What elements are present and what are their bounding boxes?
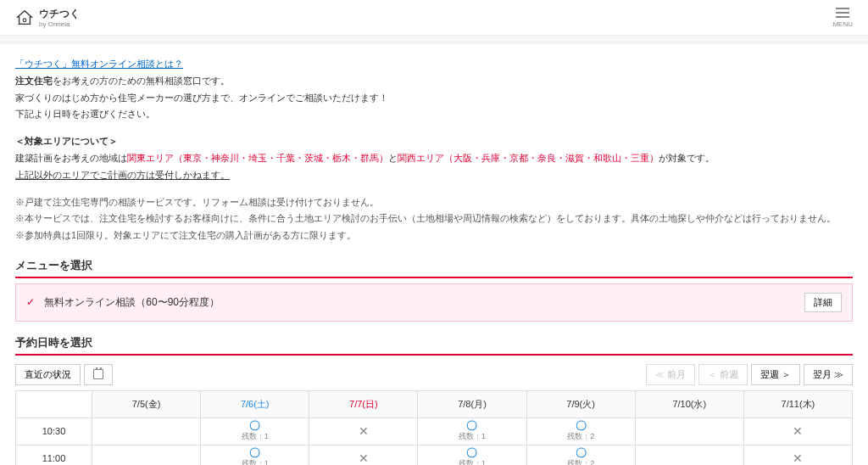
menu-button[interactable]: MENU (832, 8, 853, 28)
slot-cell: ✕ (743, 445, 852, 465)
slot-cell (92, 445, 201, 465)
main-content: 「ウチつく」無料オンライン相談とは？ 注文住宅をお考えの方のための無料相談窓口で… (0, 44, 868, 465)
slot-cell (635, 445, 743, 465)
svg-point-0 (23, 18, 26, 21)
calendar-table: 7/5(金)7/6(土)7/7(日)7/8(月)7/9(火)7/10(水)7/1… (15, 390, 853, 465)
circle-icon: 〇 (201, 447, 309, 458)
house-icon (15, 8, 34, 27)
area-heading: ＜対象エリアについて＞ (15, 136, 118, 146)
intro-line1: をお考えの方のための無料相談窓口です。 (53, 76, 230, 86)
day-header: 7/10(水) (635, 390, 743, 417)
calendar-controls: 直近の状況 ≪ 前月 ＜ 前週 翌週 ＞ 翌月 ≫ (15, 364, 853, 385)
area-mid: と (388, 153, 398, 163)
slot-cell: ✕ (743, 417, 852, 445)
area-post: が対象です。 (659, 153, 715, 163)
area-kansai: 関西エリア（大阪・兵庫・京都・奈良・滋賀・和歌山・三重） (398, 153, 659, 163)
intro-title-link[interactable]: 「ウチつく」無料オンライン相談とは？ (15, 59, 183, 69)
time-label: 11:00 (16, 445, 92, 465)
menu-item-label: 無料オンライン相談（60〜90分程度） (44, 296, 220, 308)
day-header: 7/9(火) (526, 390, 635, 417)
slot-cell[interactable]: 〇残数：1 (201, 445, 309, 465)
prev-week-button[interactable]: ＜ 前週 (698, 364, 748, 385)
logo[interactable]: ウチつく by Onnela (15, 7, 80, 28)
area-pre: 建築計画をお考えの地域は (15, 153, 127, 163)
intro-bold: 注文住宅 (15, 76, 53, 86)
check-icon: ✓ (26, 296, 35, 308)
slot-cell (92, 417, 201, 445)
slot-cell[interactable]: 〇残数：1 (418, 417, 526, 445)
slot-cell (635, 417, 743, 445)
area-note: 上記以外のエリアでご計画の方は受付しかねます。 (15, 170, 230, 180)
menu-section-title: メニューを選択 (15, 258, 853, 278)
time-label: 10:30 (16, 417, 92, 445)
remain-label: 残数：1 (418, 458, 526, 465)
remain-label: 残数：1 (418, 431, 526, 442)
cross-icon: ✕ (744, 451, 852, 465)
circle-icon: 〇 (418, 420, 526, 431)
day-header: 7/8(月) (418, 390, 526, 417)
remain-label: 残数：1 (201, 458, 309, 465)
menu-item-row[interactable]: ✓ 無料オンライン相談（60〜90分程度） 詳細 (15, 283, 853, 322)
intro-block: 「ウチつく」無料オンライン相談とは？ 注文住宅をお考えの方のための無料相談窓口で… (15, 56, 853, 244)
slot-cell[interactable]: 〇残数：2 (526, 445, 635, 465)
slot-cell: ✕ (309, 445, 418, 465)
recent-button[interactable]: 直近の状況 (15, 364, 81, 385)
circle-icon: 〇 (527, 447, 635, 458)
day-header: 7/11(木) (743, 390, 852, 417)
cross-icon: ✕ (309, 451, 417, 465)
note-2: ※本サービスでは、注文住宅を検討するお客様向けに、条件に合う土地エリア検討のお手… (15, 210, 853, 227)
time-header (16, 390, 92, 417)
intro-line3: 下記より日時をお選びください。 (15, 106, 853, 123)
remain-label: 残数：1 (201, 431, 309, 442)
top-bar: ウチつく by Onnela MENU (0, 0, 868, 36)
note-1: ※戸建て注文住宅専門の相談サービスです。リフォーム相談は受け付けておりません。 (15, 194, 853, 211)
slot-cell[interactable]: 〇残数：1 (201, 417, 309, 445)
detail-button[interactable]: 詳細 (804, 293, 842, 312)
next-week-button[interactable]: 翌週 ＞ (751, 364, 800, 385)
calendar-icon (93, 369, 103, 379)
slot-cell: ✕ (309, 417, 418, 445)
logo-text: ウチつく (39, 8, 80, 20)
note-3: ※参加特典は1回限り。対象エリアにて注文住宅の購入計画がある方に限ります。 (15, 227, 853, 244)
circle-icon: 〇 (418, 447, 526, 458)
area-kanto: 関東エリア（東京・神奈川・埼玉・千葉・茨城・栃木・群馬） (127, 153, 388, 163)
logo-subtext: by Onnela (39, 21, 80, 28)
day-header: 7/7(日) (309, 390, 418, 417)
calendar-button[interactable] (84, 364, 113, 385)
cross-icon: ✕ (744, 424, 852, 438)
time-row: 11:00〇残数：1✕〇残数：1〇残数：2✕ (16, 445, 853, 465)
hamburger-icon (836, 8, 849, 18)
slot-cell[interactable]: 〇残数：1 (418, 445, 526, 465)
intro-line2: 家づくりのはじめ方から住宅メーカーの選び方まで、オンラインでご相談いただけます！ (15, 90, 853, 107)
day-header: 7/6(土) (201, 390, 309, 417)
remain-label: 残数：2 (527, 431, 635, 442)
circle-icon: 〇 (201, 420, 309, 431)
next-month-button[interactable]: 翌月 ≫ (804, 364, 853, 385)
menu-label: MENU (832, 20, 853, 28)
time-row: 10:30〇残数：1✕〇残数：1〇残数：2✕ (16, 417, 853, 445)
datetime-section-title: 予約日時を選択 (15, 335, 853, 356)
cross-icon: ✕ (309, 424, 417, 438)
circle-icon: 〇 (527, 420, 635, 431)
prev-month-button[interactable]: ≪ 前月 (646, 364, 695, 385)
slot-cell[interactable]: 〇残数：2 (526, 417, 635, 445)
remain-label: 残数：2 (527, 458, 635, 465)
day-header: 7/5(金) (92, 390, 201, 417)
